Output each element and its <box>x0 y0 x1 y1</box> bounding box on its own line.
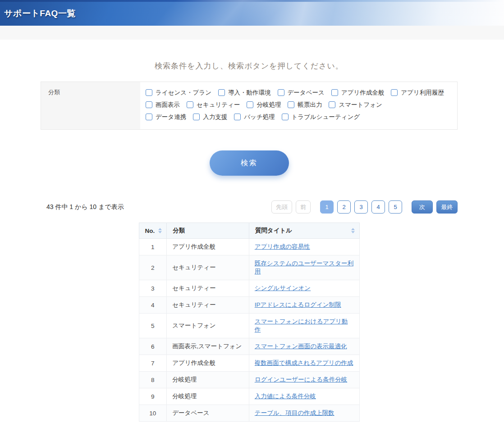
pagination-next-button[interactable]: 次 <box>412 200 433 214</box>
checkbox-icon[interactable] <box>288 101 294 108</box>
cell-category: アプリ作成全般 <box>167 355 249 372</box>
cell-category: セキュリティー <box>167 280 249 297</box>
category-checkbox-database[interactable]: データベース <box>278 86 325 99</box>
category-checkbox-report-output[interactable]: 帳票出力 <box>288 99 322 111</box>
filter-label: 分類 <box>41 82 140 129</box>
pagination-page-3[interactable]: 3 <box>354 200 368 214</box>
results-summary: 43 件中 1 から 10 まで表示 <box>41 203 124 211</box>
table-row: 9 分岐処理 入力値による条件分岐 <box>139 388 359 405</box>
checkbox-label: 画面表示 <box>156 101 180 109</box>
column-header-question-title[interactable]: 質問タイトル <box>249 223 359 239</box>
checkbox-icon[interactable] <box>329 101 335 108</box>
faq-link[interactable]: 複数画面で構成されるアプリの作成 <box>255 359 353 366</box>
category-filter-box: 分類 ライセンス・プラン 導入・動作環境 データベース アプリ作成全般 アプリ利… <box>41 82 458 130</box>
cell-category: アプリ作成全般 <box>167 239 249 255</box>
cell-question: テーブル、項目の作成上限数 <box>249 405 359 422</box>
cell-question: アプリ作成の容易性 <box>249 239 359 255</box>
cell-no: 10 <box>139 405 167 422</box>
category-checkbox-app-creation-general[interactable]: アプリ作成全般 <box>331 86 384 99</box>
cell-category: データベース <box>167 405 249 422</box>
category-checkbox-security[interactable]: セキュリティー <box>187 99 240 111</box>
checkbox-icon[interactable] <box>218 89 225 96</box>
category-checkbox-install-environment[interactable]: 導入・動作環境 <box>218 86 271 99</box>
checkbox-label: トラブルシューティング <box>292 113 360 121</box>
cell-question: スマートフォン画面の表示最適化 <box>249 338 359 355</box>
checkbox-label: 入力支援 <box>203 113 227 121</box>
checkbox-icon[interactable] <box>234 114 241 120</box>
pagination-page-4[interactable]: 4 <box>371 200 385 214</box>
checkbox-icon[interactable] <box>331 89 338 96</box>
table-row: 1 アプリ作成全般 アプリ作成の容易性 <box>139 239 359 255</box>
cell-question: 既存システムのユーザーマスター利用 <box>249 255 359 280</box>
category-checkbox-screen-display[interactable]: 画面表示 <box>146 99 180 111</box>
faq-link[interactable]: アプリ作成の容易性 <box>255 243 310 250</box>
category-checkbox-batch-processing[interactable]: バッチ処理 <box>234 111 275 123</box>
cell-question: スマートフォンにおけるアプリ動作 <box>249 314 359 338</box>
table-row: 6 画面表示,スマートフォン スマートフォン画面の表示最適化 <box>139 338 359 355</box>
checkbox-icon[interactable] <box>193 114 200 120</box>
cell-category: 分岐処理 <box>167 372 249 388</box>
faq-link[interactable]: スマートフォン画面の表示最適化 <box>255 343 347 350</box>
checkbox-icon[interactable] <box>146 101 152 108</box>
faq-link[interactable]: スマートフォンにおけるアプリ動作 <box>255 318 348 333</box>
sort-asc-icon <box>158 228 162 230</box>
cell-question: ログインユーザーによる条件分岐 <box>249 372 359 388</box>
sort-icons[interactable] <box>158 228 162 233</box>
faq-link[interactable]: ログインユーザーによる条件分岐 <box>255 376 347 383</box>
checkbox-label: セキュリティー <box>197 101 240 109</box>
pagination-top: 先頭 前 1 2 3 4 5 次 最終 <box>271 200 458 214</box>
faq-link[interactable]: 既存システムのユーザーマスター利用 <box>255 260 353 275</box>
instruction-text: 検索条件を入力し、検索ボタンを押してください。 <box>41 61 458 71</box>
checkbox-icon[interactable] <box>146 89 152 96</box>
cell-category: 画面表示,スマートフォン <box>167 338 249 355</box>
sort-desc-icon <box>351 231 355 233</box>
checkbox-label: スマートフォン <box>339 101 382 109</box>
cell-no: 7 <box>139 355 167 372</box>
header-sub-strip <box>0 26 504 40</box>
search-button[interactable]: 検索 <box>210 150 289 176</box>
sort-icons[interactable] <box>351 228 355 233</box>
pagination-prev-button[interactable]: 前 <box>296 200 311 214</box>
checkbox-label: アプリ作成全般 <box>341 89 384 97</box>
faq-link[interactable]: IPアドレスによるログイン制限 <box>255 301 341 308</box>
cell-no: 5 <box>139 314 167 338</box>
category-checkbox-input-support[interactable]: 入力支援 <box>193 111 227 123</box>
category-checkbox-smartphone[interactable]: スマートフォン <box>329 99 382 111</box>
cell-category: スマートフォン <box>167 314 249 338</box>
checkbox-label: バッチ処理 <box>244 113 275 121</box>
category-checkbox-license-plan[interactable]: ライセンス・プラン <box>146 86 211 99</box>
table-row: 5 スマートフォン スマートフォンにおけるアプリ動作 <box>139 314 359 338</box>
checkbox-icon[interactable] <box>282 114 289 120</box>
faq-link[interactable]: テーブル、項目の作成上限数 <box>255 409 334 416</box>
table-row: 4 セキュリティー IPアドレスによるログイン制限 <box>139 297 359 314</box>
column-header-category[interactable]: 分類 <box>167 223 249 239</box>
column-header-label: 質問タイトル <box>255 227 292 235</box>
column-header-label: No. <box>145 227 155 234</box>
checkbox-icon[interactable] <box>247 101 253 108</box>
category-checkbox-data-integration[interactable]: データ連携 <box>146 111 186 123</box>
cell-no: 2 <box>139 255 167 280</box>
page-header-banner: サポートFAQ一覧 <box>0 0 504 26</box>
cell-category: セキュリティー <box>167 297 249 314</box>
checkbox-label: 帳票出力 <box>298 101 322 109</box>
checkbox-icon[interactable] <box>146 114 152 120</box>
cell-no: 6 <box>139 338 167 355</box>
pagination-last-button[interactable]: 最終 <box>436 200 458 214</box>
category-checkbox-app-usage-history[interactable]: アプリ利用履歴 <box>391 86 444 99</box>
category-checkbox-group: ライセンス・プラン 導入・動作環境 データベース アプリ作成全般 アプリ利用履歴… <box>140 82 457 129</box>
category-checkbox-troubleshooting[interactable]: トラブルシューティング <box>282 111 360 123</box>
checkbox-icon[interactable] <box>187 101 193 108</box>
column-header-no[interactable]: No. <box>139 223 167 239</box>
faq-link[interactable]: シングルサインオン <box>255 285 311 291</box>
pagination-first-button[interactable]: 先頭 <box>271 200 292 214</box>
pagination-page-5[interactable]: 5 <box>389 200 402 214</box>
sort-desc-icon <box>158 231 162 233</box>
pagination-page-1[interactable]: 1 <box>320 200 334 214</box>
sort-asc-icon <box>351 228 355 230</box>
pagination-page-2[interactable]: 2 <box>337 200 351 214</box>
checkbox-icon[interactable] <box>391 89 398 96</box>
category-checkbox-branch-processing[interactable]: 分岐処理 <box>247 99 281 111</box>
column-header-label: 分類 <box>173 227 185 235</box>
checkbox-icon[interactable] <box>278 89 284 96</box>
faq-link[interactable]: 入力値による条件分岐 <box>255 393 316 400</box>
